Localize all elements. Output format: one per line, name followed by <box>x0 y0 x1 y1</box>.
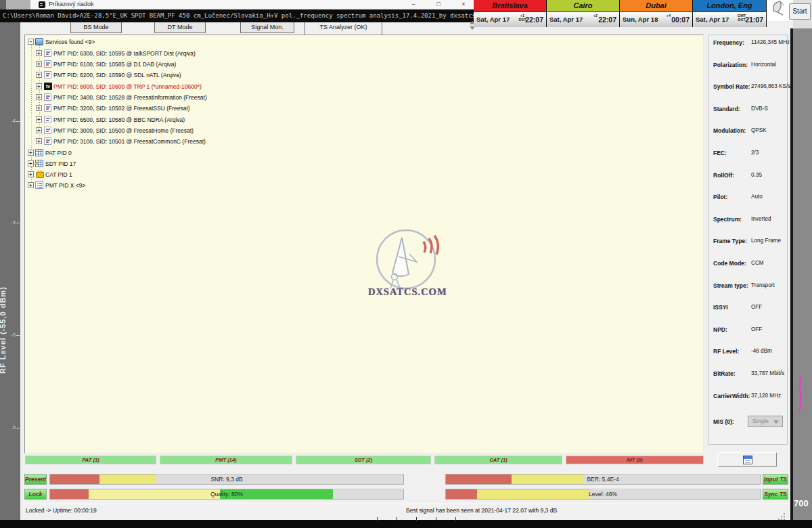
quality-value: Quality: 80% <box>50 489 403 499</box>
rf-level-axis-label: RF Level (-55,0 dBm) <box>0 246 7 415</box>
tree-label: PMT PID X <9> <box>45 180 85 191</box>
service-icon <box>44 104 51 112</box>
expand-toggle-icon[interactable]: + <box>36 50 42 56</box>
tv-service-icon: tv <box>44 83 52 90</box>
expand-toggle-icon[interactable]: + <box>36 138 42 144</box>
param-label: MIS (0): <box>713 418 734 425</box>
uptime-status: Locked -> Uptime: 00:00:19 <box>26 507 97 514</box>
param-label: BitRate: <box>713 370 736 377</box>
clock-date: Sat, Apr 17 <box>549 16 583 24</box>
param-label: ISSYI <box>713 304 728 311</box>
start-button[interactable]: Start <box>789 3 811 20</box>
close-button[interactable]: × <box>455 0 472 9</box>
expand-toggle-icon[interactable]: + <box>36 127 42 133</box>
tab-signal-mon[interactable]: Signal Mon. <box>240 22 294 33</box>
param-value: 37,120 MHz <box>751 393 781 399</box>
list-icon <box>35 181 43 189</box>
tree-label: PMT PID: 3400, SID: 10528 @ FreesatInfor… <box>53 92 207 103</box>
clock-cairo: Cairo Sat, Apr 17 +2 22:07 <box>547 0 620 27</box>
param-label: Pilot: <box>713 194 727 200</box>
axis-tick-label: -5 <box>12 332 20 337</box>
sync-ts-indicator[interactable]: Sync TS <box>763 489 788 500</box>
clock-city: Cairo <box>547 0 619 12</box>
clock-time: 21:07 <box>745 15 763 24</box>
console-window[interactable]: C:\Users\Roman Dávid>A2E-28,5°E_UK SPOT … <box>0 9 478 22</box>
param-value: -48 dBm <box>751 348 772 354</box>
param-value: 11426,345 MHz <box>751 39 790 45</box>
expand-toggle-icon[interactable]: + <box>28 160 34 167</box>
clock-bratislava: Bratislava Sat, Apr 17 +1DST 22:07 <box>474 0 547 27</box>
service-icon <box>44 127 51 134</box>
snr-value: SNR: 9,3 dB <box>50 475 403 484</box>
clock-city: Bratislava <box>474 0 546 12</box>
param-value: OFF <box>751 326 762 332</box>
ber-value: BER: 5,4E-4 <box>446 475 760 484</box>
sdt-status-bar: SDT (2) <box>296 456 431 464</box>
axis-tick-label: -5 <box>12 425 20 430</box>
tree-label: SDT PID 17 <box>45 158 76 169</box>
tab-bs-mode[interactable]: BS Mode <box>70 22 122 33</box>
expand-toggle-icon[interactable]: + <box>36 94 42 100</box>
expand-toggle-icon[interactable]: + <box>36 83 42 89</box>
tab-ts-analyzer[interactable]: TS Analyzer (OK) <box>304 22 382 35</box>
maximize-button[interactable]: □ <box>430 0 447 9</box>
expand-toggle-icon[interactable]: + <box>36 105 42 111</box>
satellite-dish-icon <box>769 0 790 16</box>
param-value: 27496,863 KS/s <box>751 83 790 89</box>
expand-toggle-icon[interactable]: + <box>28 171 34 177</box>
spectrum-trace-fragment <box>796 374 805 414</box>
clock-london: London, Eng Sat, Apr 17 GMTDST 21:07 <box>693 0 767 27</box>
spectrum-right-strip <box>793 28 812 520</box>
service-icon <box>44 116 51 123</box>
resize-grip[interactable] <box>784 513 785 514</box>
clock-date: Sat, Apr 17 <box>696 16 729 24</box>
param-value: QPSK <box>751 127 767 133</box>
param-label: RF Level: <box>713 348 739 355</box>
snr-meter: SNR: 9,3 dB <box>49 474 404 485</box>
lock-icon <box>35 171 43 178</box>
satellite-dish-logo-icon <box>367 228 448 290</box>
freq-axis-tick <box>416 516 417 521</box>
input-ts-indicator[interactable]: Input TS <box>763 474 788 485</box>
minimize-button[interactable]: – <box>405 0 422 9</box>
expand-toggle-icon[interactable]: + <box>36 61 42 67</box>
expand-toggle-icon[interactable]: + <box>28 150 34 156</box>
console-title-text: Príkazový riadok <box>49 1 94 7</box>
param-label: Stream type: <box>713 282 748 289</box>
mis-dropdown[interactable]: Single <box>748 416 783 427</box>
lock-indicator[interactable]: Lock <box>24 489 47 500</box>
param-label: RollOff: <box>713 172 734 179</box>
expand-toggle-icon[interactable]: + <box>28 182 34 188</box>
console-command-line: C:\Users\Roman Dávid>A2E-28,5°E_UK SPOT … <box>3 12 491 20</box>
param-label: CarrierWidth: <box>713 393 750 399</box>
tree-label: CAT PID 1 <box>45 169 72 180</box>
param-value: Transport <box>751 282 775 288</box>
screen: RF Level (-55,0 dBm) -4 -4 -5 -5 700 Prí… <box>0 0 812 528</box>
clock-city: London, Eng <box>693 0 766 12</box>
param-value: Inverted <box>751 216 771 222</box>
ts-tool-button[interactable] <box>717 452 777 467</box>
param-label: Symbol Rate: <box>713 83 750 90</box>
freq-axis-tick <box>436 516 436 521</box>
service-icon <box>44 49 51 57</box>
tree-label: PMT PID: 6000, SID: 10600 @ TRP 1 (*unna… <box>53 81 202 92</box>
expand-toggle-icon[interactable]: + <box>36 72 42 78</box>
axis-tick-label: -4 <box>12 118 20 123</box>
collapse-toggle-icon[interactable]: - <box>28 39 34 45</box>
freq-axis-tick <box>455 516 456 521</box>
clock-dubai: Dubai Sun, Apr 18 +4 00:07 <box>620 0 693 27</box>
clock-time: 22:07 <box>525 15 543 24</box>
present-indicator[interactable]: Present <box>24 474 47 485</box>
console-titlebar[interactable]: Príkazový riadok – □ × <box>30 0 478 9</box>
clock-time: 22:07 <box>598 15 616 24</box>
param-label: Frequency: <box>713 39 744 46</box>
pmt-status-bar: PMT (14) <box>160 456 292 464</box>
tab-dt-mode[interactable]: DT Mode <box>154 22 206 33</box>
clock-time: 00:07 <box>671 15 690 24</box>
expand-toggle-icon[interactable]: + <box>36 116 42 123</box>
param-label: FEC: <box>713 150 727 156</box>
param-label: Modulation: <box>713 127 746 134</box>
param-value: OFF <box>751 304 762 310</box>
bottom-black-band <box>0 520 812 528</box>
dxsatcs-watermark: DXSATCS.COM <box>367 228 448 300</box>
